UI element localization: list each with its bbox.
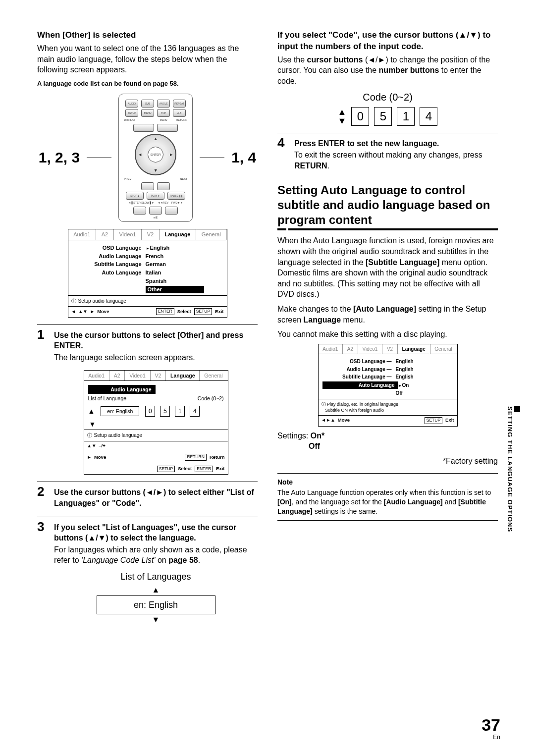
code-heading: If you select "Code", use the cursor but… [277, 30, 498, 53]
left-column: When [Other] is selected When you want t… [37, 30, 258, 628]
right-column: If you select "Code", use the cursor but… [277, 30, 498, 628]
code-input-figure: Code (0~2) 0 5 1 4 [277, 91, 498, 126]
osd-language-selection: Audio1 A2 Video1 V2 Language General Aud… [84, 370, 228, 475]
list-of-languages-figure: List of Languages en: English [97, 571, 215, 625]
page-number: 37 [482, 716, 500, 733]
step-3: 3 If you select "List of Languages", use… [37, 520, 258, 625]
remote-control: AUDIO SUB TITLE ANGLE REPEAT SETUP MENU … [118, 94, 193, 222]
settings-line: Settings: On* Off [277, 431, 498, 452]
step-2: 2 Use the cursor buttons (◄/►) to select… [37, 485, 258, 509]
code-list-note: A language code list can be found on pag… [37, 79, 258, 88]
step-4: 4 Press ENTER to set the new language. T… [277, 136, 498, 174]
step-1: 1 Use the cursor buttons to select [Othe… [37, 328, 258, 475]
auto-lang-para1: When the Auto Language function is used,… [277, 235, 498, 300]
section-heading-auto-language: Setting Auto Language to control subtitl… [277, 183, 498, 227]
remote-illustration: 1, 2, 3 AUDIO SUB TITLE ANGLE REPEAT SET… [37, 94, 258, 222]
page-language: En [482, 733, 500, 741]
remote-label-left: 1, 2, 3 [39, 148, 80, 168]
osd-language-menu-1: Audio1 A2 Video1 V2 Language General OSD… [68, 229, 227, 318]
side-section-label: SETTING THE LANGUAGE OPTIONS [505, 406, 520, 532]
code-para: Use the cursor buttons (◄/►) to change t… [277, 54, 498, 87]
when-other-para: When you want to select one of the 136 l… [37, 43, 258, 75]
auto-lang-para3: You cannot make this setting with a disc… [277, 329, 498, 340]
auto-lang-para2: Make changes to the [Auto Language] sett… [277, 304, 498, 325]
page-footer: 37 En [482, 716, 500, 741]
when-other-heading: When [Other] is selected [37, 30, 258, 41]
remote-label-right: 1, 4 [231, 148, 256, 168]
osd-auto-language: Audio1 A2 Video1 V2 Language General OSD… [318, 344, 458, 427]
note-box: Note The Auto Language function operates… [277, 473, 498, 521]
remote-dpad: ▲▼ ◄► ENTER [135, 134, 176, 175]
factory-setting: *Factory setting [277, 456, 498, 467]
